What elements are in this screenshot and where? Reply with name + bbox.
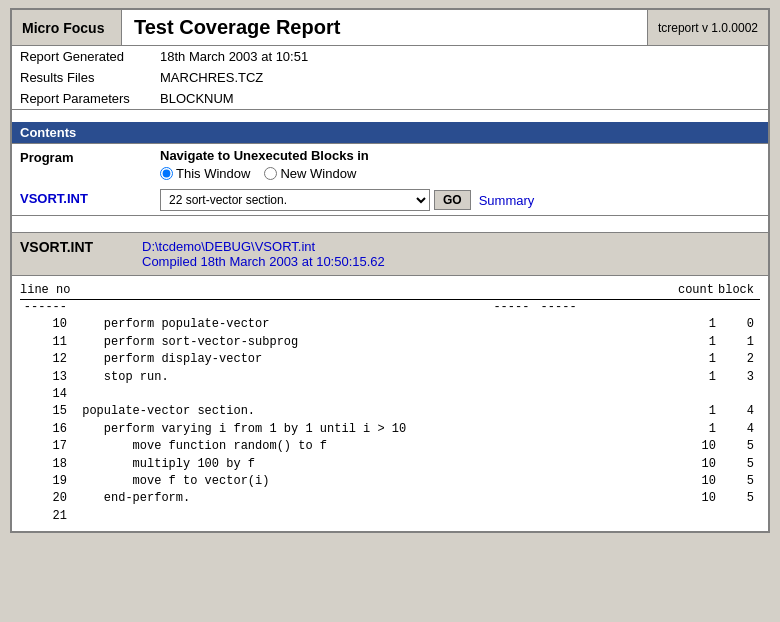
version-label: tcreport v 1.0.0002 xyxy=(647,10,768,45)
line-count: 1 xyxy=(676,351,720,368)
radio-new-window-label[interactable]: New Window xyxy=(264,166,356,181)
code-lineno-header: line no xyxy=(20,282,78,299)
table-row: 20 end-perform. 10 5 xyxy=(20,490,760,507)
line-number: 16 xyxy=(20,421,75,438)
table-row: 14 xyxy=(20,386,760,403)
results-files-label: Results Files xyxy=(12,67,152,88)
info-row-report-parameters: Report Parameters BLOCKNUM xyxy=(12,88,768,110)
line-content: populate-vector section. xyxy=(75,403,676,420)
report-parameters-value: BLOCKNUM xyxy=(152,88,768,110)
radio-new-window-text: New Window xyxy=(280,166,356,181)
table-row: 15 populate-vector section. 1 4 xyxy=(20,403,760,420)
line-count: 10 xyxy=(676,438,720,455)
radio-group: This Window New Window xyxy=(160,166,760,181)
table-row: 21 xyxy=(20,508,760,525)
line-content: multiply 100 by f xyxy=(75,456,676,473)
line-count: 1 xyxy=(676,334,720,351)
line-block: 5 xyxy=(720,490,760,507)
page-title: Test Coverage Report xyxy=(122,10,647,45)
line-content: end-perform. xyxy=(75,490,676,507)
brand-logo: Micro Focus xyxy=(12,10,122,45)
line-block: 5 xyxy=(720,473,760,490)
table-row: 13 stop run. 1 3 xyxy=(20,369,760,386)
line-block xyxy=(720,508,760,525)
line-block: 4 xyxy=(720,403,760,420)
main-window: Micro Focus Test Coverage Report tcrepor… xyxy=(10,8,770,533)
code-area: line no count block ------ ----- ----- 1… xyxy=(12,276,768,531)
select-wrapper: 22 sort-vector section. GO Summary xyxy=(160,189,760,211)
table-row: 17 move function random() to f 10 5 xyxy=(20,438,760,455)
summary-link[interactable]: Summary xyxy=(479,193,535,208)
line-number: 18 xyxy=(20,456,75,473)
table-row: 18 multiply 100 by f 10 5 xyxy=(20,456,760,473)
vsort-section: VSORT.INT D:\tcdemo\DEBUG\VSORT.int Comp… xyxy=(12,232,768,276)
line-content xyxy=(75,508,676,525)
radio-this-window-label[interactable]: This Window xyxy=(160,166,250,181)
contents-header: Contents xyxy=(12,122,768,144)
line-block: 5 xyxy=(720,438,760,455)
line-number: 11 xyxy=(20,334,75,351)
nav-label: Navigate to Unexecuted Blocks in xyxy=(160,148,760,163)
line-block: 3 xyxy=(720,369,760,386)
report-generated-value: 18th March 2003 at 10:51 xyxy=(152,46,768,67)
line-block: 4 xyxy=(720,421,760,438)
program-nav-cell: Navigate to Unexecuted Blocks in This Wi… xyxy=(152,144,768,185)
line-content: perform varying i from 1 by 1 until i > … xyxy=(75,421,676,438)
spacer-2 xyxy=(12,216,768,232)
info-table: Report Generated 18th March 2003 at 10:5… xyxy=(12,46,768,110)
line-number: 10 xyxy=(20,316,75,333)
line-count: 10 xyxy=(676,490,720,507)
line-content: stop run. xyxy=(75,369,676,386)
line-count: 10 xyxy=(676,473,720,490)
line-content: perform sort-vector-subprog xyxy=(75,334,676,351)
line-block: 2 xyxy=(720,351,760,368)
block-select[interactable]: 22 sort-vector section. xyxy=(160,189,430,211)
vsort-controls-cell: 22 sort-vector section. GO Summary xyxy=(152,185,768,216)
vsort-section-title: VSORT.INT xyxy=(20,239,130,255)
radio-new-window[interactable] xyxy=(264,167,277,180)
line-block: 5 xyxy=(720,456,760,473)
line-count: 1 xyxy=(676,369,720,386)
code-lines-container: 10 perform populate-vector 1 0 11 perfor… xyxy=(20,316,760,525)
line-count: 1 xyxy=(676,421,720,438)
vsort-section-info: D:\tcdemo\DEBUG\VSORT.int Compiled 18th … xyxy=(142,239,385,269)
vsort-link-cell: VSORT.INT xyxy=(12,185,152,216)
line-number: 20 xyxy=(20,490,75,507)
table-row: 16 perform varying i from 1 by 1 until i… xyxy=(20,421,760,438)
line-number: 19 xyxy=(20,473,75,490)
vsort-link[interactable]: VSORT.INT xyxy=(20,191,88,206)
line-content: perform display-vector xyxy=(75,351,676,368)
radio-this-window[interactable] xyxy=(160,167,173,180)
line-number: 13 xyxy=(20,369,75,386)
program-label: Program xyxy=(12,144,152,185)
program-row: Program Navigate to Unexecuted Blocks in… xyxy=(12,144,768,185)
vsort-table-row: VSORT.INT 22 sort-vector section. GO Sum… xyxy=(12,185,768,216)
line-content: move function random() to f xyxy=(75,438,676,455)
vsort-compiled: Compiled 18th March 2003 at 10:50:15.62 xyxy=(142,254,385,269)
line-count: 1 xyxy=(676,316,720,333)
line-count: 1 xyxy=(676,403,720,420)
table-row: 12 perform display-vector 1 2 xyxy=(20,351,760,368)
vsort-file-link[interactable]: D:\tcdemo\DEBUG\VSORT.int xyxy=(142,239,385,254)
line-block xyxy=(720,386,760,403)
line-block: 1 xyxy=(720,334,760,351)
line-block: 0 xyxy=(720,316,760,333)
program-table: Program Navigate to Unexecuted Blocks in… xyxy=(12,144,768,216)
code-count-header: count xyxy=(674,282,718,299)
code-divider: ------ ----- ----- xyxy=(20,299,760,314)
line-count xyxy=(676,508,720,525)
table-row: 19 move f to vector(i) 10 5 xyxy=(20,473,760,490)
info-row-results-files: Results Files MARCHRES.TCZ xyxy=(12,67,768,88)
line-count: 10 xyxy=(676,456,720,473)
line-count xyxy=(676,386,720,403)
results-files-value: MARCHRES.TCZ xyxy=(152,67,768,88)
line-content xyxy=(75,386,676,403)
code-header-row: line no count block xyxy=(20,282,760,299)
go-button[interactable]: GO xyxy=(434,190,471,210)
line-content: move f to vector(i) xyxy=(75,473,676,490)
code-block-header: block xyxy=(718,282,760,299)
line-number: 17 xyxy=(20,438,75,455)
table-row: 11 perform sort-vector-subprog 1 1 xyxy=(20,334,760,351)
spacer-1 xyxy=(12,110,768,122)
line-number: 12 xyxy=(20,351,75,368)
